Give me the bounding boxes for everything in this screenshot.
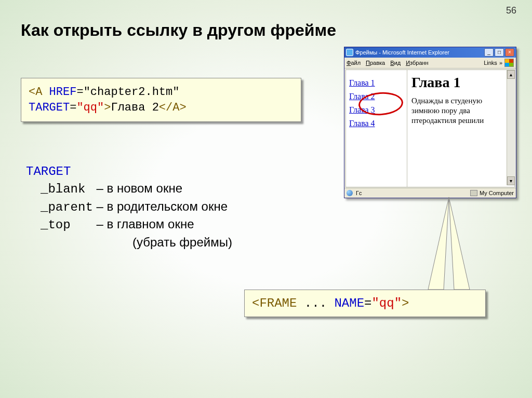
menu-edit[interactable]: Правка [366,60,385,66]
chevron-right-icon[interactable]: » [499,60,502,66]
content-heading: Глава 1 [411,74,510,91]
code-tag-frame: FRAME [259,296,297,310]
browser-statusbar: Гс My Computer [344,188,516,198]
target-desc: – в новом окне [93,181,182,195]
code-example-frame: <FRAME ... NAME="qq"> [244,290,486,317]
code-frag: > [402,296,409,310]
scroll-down-icon[interactable]: ▾ [507,176,515,185]
browser-titlebar: Фреймы - Microsoft Internet Explorer _ □… [344,47,516,58]
computer-icon [470,190,477,196]
code-frag: < [252,296,259,310]
code-linktext: Глава 2 [111,101,158,114]
page-number: 56 [506,5,516,16]
code-tag-a: A [35,86,42,99]
status-left: Гс [356,190,362,196]
nav-link-4[interactable]: Глава 4 [349,119,404,128]
target-row-top: _top – в главном окне [41,216,232,234]
globe-icon [347,190,353,196]
menu-view[interactable]: Вид [390,60,401,66]
menu-links[interactable]: Links [484,60,497,66]
code-frag: = [76,86,83,99]
minimize-button[interactable]: _ [484,48,494,57]
close-button[interactable]: × [505,48,514,57]
target-values-list: TARGET _blank – в новом окне _parent – в… [26,163,232,251]
code-frag [42,86,49,99]
ie-icon [346,49,353,56]
code-frag: < [29,86,35,99]
code-val-target: "qq" [76,101,104,114]
menu-file[interactable]: ФФайлайл [347,60,361,66]
callout-arrow [407,197,490,291]
scroll-up-icon[interactable]: ▴ [507,70,515,79]
code-val-href: "chapter2.htm" [84,86,180,99]
browser-menubar: ФФайлайл Правка Вид Избранн Links » [344,58,516,68]
nav-link-2[interactable]: Глава 2 [349,92,404,101]
target-keyword: TARGET [26,163,232,180]
target-desc: – в родительском окне [93,199,228,213]
target-extra: (убрать фреймы) [132,235,232,249]
menu-fav[interactable]: Избранн [406,60,429,66]
frame-nav: Глава 1 Глава 2 Глава 3 Глава 4 [346,70,407,187]
nav-link-3[interactable]: Глава 3 [349,105,404,115]
target-kw: _blank [41,182,93,196]
code-frag: = [70,101,76,114]
target-desc: – в главном окне [93,217,194,231]
slide-title: Как открыть ссылку в другом фрейме [21,21,336,40]
browser-title: Фреймы - Microsoft Internet Explorer [355,49,449,56]
content-paragraph: Однажды в студеную зимнюю пору два птеро… [411,96,510,125]
code-attr-href: HREF [49,86,77,99]
code-attr-target: TARGET [29,101,70,114]
windows-flag-icon [504,59,514,67]
code-val-name: "qq" [371,296,402,310]
target-row-blank: _blank – в новом окне [41,180,232,198]
code-frag: > [104,101,111,114]
code-example-anchor: <A HREF="chapter2.htm" TARGET="qq">Глава… [21,78,301,122]
scrollbar[interactable]: ▴ ▾ [507,70,515,185]
target-row-parent: _parent – в родительском окне [41,198,232,216]
nav-link-1[interactable]: Глава 1 [349,78,404,88]
target-row-extra: (убрать фреймы) [132,234,232,251]
code-attr-name: NAME [334,296,364,310]
code-frag: </ [159,101,172,114]
browser-content: Глава 1 Глава 2 Глава 3 Глава 4 Глава 1 … [345,70,515,187]
code-frag: = [364,296,371,310]
target-kw: _top [41,218,93,232]
code-dots: ... [297,296,334,310]
code-tag-a-close: A [172,101,179,114]
code-frag: > [179,101,186,114]
status-right: My Computer [480,190,514,196]
browser-mock: Фреймы - Microsoft Internet Explorer _ □… [344,47,516,198]
target-kw: _parent [41,200,93,214]
frame-main: Глава 1 Однажды в студеную зимнюю пору д… [407,70,514,187]
maximize-button[interactable]: □ [495,48,504,57]
